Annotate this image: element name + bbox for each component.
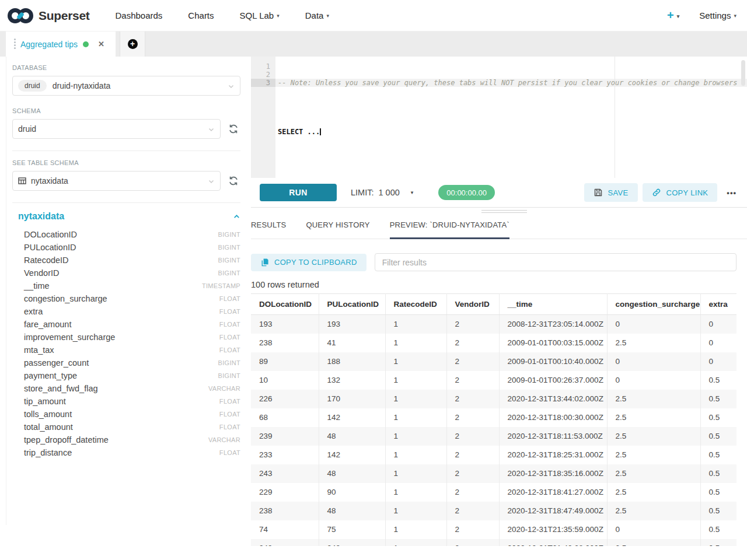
grid-cell: 188: [319, 352, 385, 371]
table-schema-header[interactable]: nytaxidata: [18, 211, 240, 222]
nav-item-dashboards[interactable]: Dashboards: [102, 10, 175, 20]
run-button[interactable]: RUN: [260, 184, 337, 201]
sql-code-editor[interactable]: 1 2 3 -- Note: Unless you save your quer…: [251, 57, 747, 178]
add-tab-button[interactable]: +: [120, 32, 145, 57]
schema-column-type: BIGINT: [218, 244, 240, 251]
filter-results-input[interactable]: [375, 253, 736, 271]
grid-cell: 48: [319, 502, 385, 520]
schema-column-row[interactable]: store_and_fwd_flagVARCHAR: [18, 382, 240, 395]
south-tab-query-history[interactable]: QUERY HISTORY: [306, 220, 369, 239]
schema-column-name: DOLocationID: [24, 230, 77, 239]
schema-column-type: FLOAT: [219, 321, 240, 328]
limit-dropdown[interactable]: LIMIT: 1 000 ▾: [351, 188, 413, 197]
nav-item-data[interactable]: Data▾: [292, 10, 342, 20]
schema-column-type: TIMESTAMP: [202, 282, 240, 289]
refresh-icon: [228, 176, 239, 186]
grid-cell: 10: [251, 371, 319, 390]
grid-cell: 0: [700, 334, 736, 352]
south-tab-results[interactable]: RESULTS: [251, 220, 286, 239]
grid-cell: 1: [385, 483, 446, 502]
schema-column-row[interactable]: total_amountFLOAT: [18, 421, 240, 433]
grid-cell: 2020-12-31T18:11:53.000Z: [499, 427, 607, 446]
schema-column-row[interactable]: RatecodeIDBIGINT: [18, 254, 240, 267]
splitter-drag-handle-icon[interactable]: [481, 208, 527, 213]
grid-header-cell[interactable]: RatecodeID: [385, 294, 446, 315]
grid-row: 68142122020-12-31T18:00:30.000Z2.50.5: [251, 408, 736, 427]
schema-select[interactable]: druid: [12, 119, 221, 139]
query-tab-label: Aggregated tips: [20, 40, 78, 49]
editor-content[interactable]: -- Note: Unless you save your query, the…: [278, 62, 747, 152]
schema-column-row[interactable]: VendorIDBIGINT: [18, 267, 240, 279]
table-select[interactable]: nytaxidata: [12, 171, 221, 191]
copy-link-button[interactable]: COPY LINK: [643, 183, 718, 202]
schema-column-row[interactable]: trip_distanceFLOAT: [18, 446, 240, 459]
nav-right: +▾ Settings▾: [667, 9, 736, 22]
nav-item-charts[interactable]: Charts: [175, 10, 226, 20]
grid-cell: 2.5: [607, 390, 700, 408]
grid-cell: 2020-12-31T18:25:31.000Z: [499, 446, 607, 464]
schema-column-row[interactable]: PULocationIDBIGINT: [18, 241, 240, 254]
refresh-schema-button[interactable]: [226, 122, 240, 136]
chevron-up-icon[interactable]: [233, 213, 240, 220]
schema-column-row[interactable]: DOLocationIDBIGINT: [18, 228, 240, 241]
grid-header-cell[interactable]: __time: [499, 294, 607, 315]
close-icon[interactable]: ✕: [98, 40, 104, 48]
chevron-down-icon: [228, 83, 235, 90]
grid-cell: 2: [446, 390, 499, 408]
save-button[interactable]: SAVE: [584, 183, 638, 202]
grid-header-cell[interactable]: extra: [700, 294, 736, 315]
grid-header-cell[interactable]: DOLocationID: [251, 294, 319, 315]
south-tab-preview-druid-nytaxidata[interactable]: PREVIEW: `DRUID-NYTAXIDATA`: [390, 220, 509, 239]
more-actions-button[interactable]: •••: [727, 188, 736, 197]
editor-gutter: 1 2 3: [251, 57, 275, 178]
grid-cell: 0: [607, 371, 700, 390]
grid-header-cell[interactable]: VendorID: [446, 294, 499, 315]
chevron-down-icon: [208, 126, 215, 133]
database-backend-pill: druid: [18, 80, 47, 92]
schema-column-row[interactable]: congestion_surchargeFLOAT: [18, 292, 240, 305]
copy-to-clipboard-button[interactable]: COPY TO CLIPBOARD: [251, 254, 366, 271]
schema-column-row[interactable]: payment_typeBIGINT: [18, 369, 240, 382]
tab-aggregated-tips[interactable]: Aggregated tips ✕: [6, 32, 116, 57]
nav-item-sql-lab[interactable]: SQL Lab▾: [227, 10, 292, 20]
grid-cell: 2: [446, 427, 499, 446]
grid-header-cell[interactable]: PULocationID: [319, 294, 385, 315]
pane-splitter[interactable]: [251, 207, 747, 211]
grid-row: 23841122009-01-01T00:03:15.000Z2.50: [251, 334, 736, 352]
schema-column-row[interactable]: tip_amountFLOAT: [18, 395, 240, 408]
grid-cell: 1: [385, 427, 446, 446]
grid-header-cell[interactable]: congestion_surcharge: [607, 294, 700, 315]
schema-column-list: DOLocationIDBIGINTPULocationIDBIGINTRate…: [18, 228, 240, 459]
results-toolbar: COPY TO CLIPBOARD: [251, 253, 747, 271]
refresh-table-button[interactable]: [226, 174, 240, 188]
drag-handle-icon[interactable]: [14, 41, 16, 43]
superset-logo[interactable]: Superset: [7, 7, 89, 24]
limit-label: LIMIT:: [351, 188, 374, 197]
grid-cell: 170: [319, 390, 385, 408]
schema-column-row[interactable]: mta_taxFLOAT: [18, 344, 240, 356]
schema-column-row[interactable]: __timeTIMESTAMP: [18, 279, 240, 292]
schema-column-row[interactable]: improvement_surchargeFLOAT: [18, 331, 240, 344]
schema-column-row[interactable]: passenger_countBIGINT: [18, 356, 240, 369]
grid-cell: 2: [446, 446, 499, 464]
schema-column-type: FLOAT: [219, 424, 240, 430]
schema-column-row[interactable]: extraFLOAT: [18, 305, 240, 318]
table-icon: [18, 177, 26, 185]
schema-column-name: congestion_surcharge: [24, 294, 107, 303]
top-navbar: Superset Dashboards Charts SQL Lab▾ Data…: [0, 0, 747, 32]
settings-menu[interactable]: Settings▾: [699, 10, 736, 20]
schema-column-type: BIGINT: [218, 231, 240, 238]
database-select[interactable]: druid druid-nytaxidata: [12, 76, 240, 96]
grid-cell: 2020-12-31T13:44:02.000Z: [499, 390, 607, 408]
schema-column-row[interactable]: tolls_amountFLOAT: [18, 408, 240, 421]
schema-column-name: tip_amount: [24, 397, 66, 406]
results-grid[interactable]: DOLocationIDPULocationIDRatecodeIDVendor…: [251, 293, 736, 546]
schema-column-type: FLOAT: [219, 398, 240, 405]
new-menu-button[interactable]: +▾: [667, 9, 679, 22]
grid-cell: 0.5: [700, 371, 736, 390]
schema-column-row[interactable]: fare_amountFLOAT: [18, 318, 240, 331]
schema-column-row[interactable]: tpep_dropoff_datetimeVARCHAR: [18, 433, 240, 446]
editor-scrollbar[interactable]: [741, 60, 745, 86]
schema-column-name: passenger_count: [24, 358, 89, 368]
sql-lab-page: Superset Dashboards Charts SQL Lab▾ Data…: [0, 0, 747, 560]
